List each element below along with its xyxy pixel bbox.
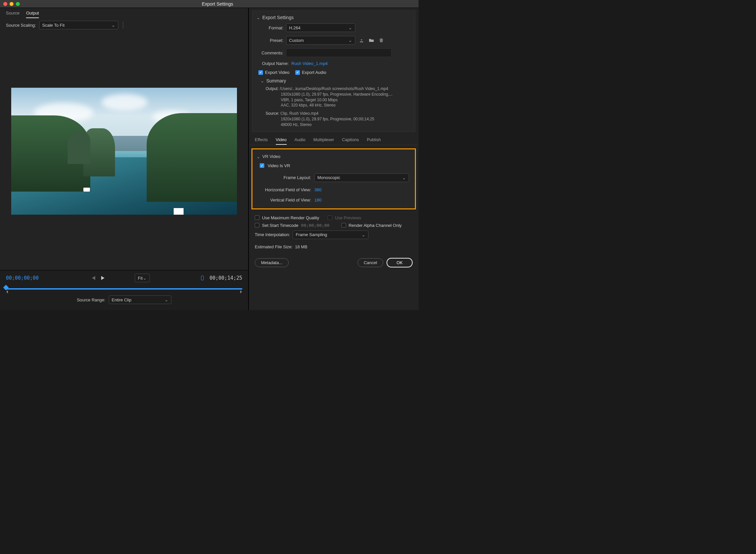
- tab-audio[interactable]: Audio: [295, 137, 306, 145]
- hfov-value[interactable]: 360: [314, 187, 322, 192]
- export-audio-checkbox[interactable]: [295, 70, 300, 75]
- tab-multiplexer[interactable]: Multiplexer: [313, 137, 334, 145]
- start-timecode-value[interactable]: 00;00;00;00: [301, 223, 329, 228]
- output-name-link[interactable]: Rush Video_1.mp4: [291, 61, 328, 66]
- timecode-start[interactable]: 00;00;00;00: [6, 275, 39, 281]
- timecode-end: 00;00;14;25: [209, 275, 242, 281]
- frame-layout-label: Frame Layout:: [258, 175, 311, 180]
- window-controls: [3, 2, 20, 6]
- render-alpha-checkbox[interactable]: [341, 223, 346, 227]
- summary-source: Source: Clip, Rush Video.mp4 1920x1080 (…: [252, 109, 415, 129]
- format-label: Format:: [258, 25, 284, 30]
- export-settings-section: Export Settings Format: H.264 Preset: Cu…: [252, 10, 415, 132]
- max-quality-label: Use Maximum Render Quality: [262, 215, 319, 220]
- close-window-icon[interactable]: [3, 2, 7, 6]
- video-is-vr-checkbox[interactable]: [260, 163, 264, 168]
- tab-source[interactable]: Source: [6, 10, 19, 18]
- aspect-ratio-icon[interactable]: [201, 276, 204, 280]
- tab-captions[interactable]: Captions: [342, 137, 359, 145]
- tab-video[interactable]: Video: [276, 137, 287, 145]
- maximize-window-icon[interactable]: [16, 2, 20, 6]
- export-settings-title: Export Settings: [262, 15, 294, 20]
- preset-label: Preset:: [258, 38, 284, 43]
- time-interpolation-label: Time Interpolation:: [255, 232, 290, 237]
- settings-panel: Export Settings Format: H.264 Preset: Cu…: [249, 8, 419, 310]
- render-options: Use Maximum Render Quality Use Previews …: [249, 213, 419, 242]
- summary-output: Output: /Users/...kuma/Desktop/Rush scre…: [252, 85, 415, 109]
- export-audio-label: Export Audio: [302, 70, 326, 75]
- estimated-size: Estimated File Size: 18 MB: [249, 242, 419, 252]
- frame-layout-select[interactable]: Monoscopic: [314, 173, 409, 182]
- delete-preset-icon[interactable]: [378, 37, 385, 44]
- step-back-icon[interactable]: [90, 276, 95, 280]
- output-name-label: Output Name:: [258, 61, 289, 66]
- summary-title: Summary: [266, 78, 286, 84]
- vr-title: VR Video: [262, 154, 280, 159]
- zoom-fit-select[interactable]: Fit: [135, 274, 149, 282]
- comments-input[interactable]: [286, 49, 391, 57]
- minimize-window-icon[interactable]: [10, 2, 13, 6]
- export-video-label: Export Video: [265, 70, 289, 75]
- format-select[interactable]: H.264: [286, 23, 355, 32]
- vfov-label: Vertical Field of View:: [258, 198, 311, 203]
- start-timecode-checkbox[interactable]: [255, 223, 259, 227]
- video-is-vr-label: Video Is VR: [268, 163, 290, 168]
- timeline-slider[interactable]: [6, 286, 242, 292]
- render-alpha-label: Render Alpha Channel Only: [349, 223, 402, 228]
- start-timecode-label: Set Start Timecode: [262, 223, 299, 228]
- download-preset-icon[interactable]: [358, 37, 365, 44]
- max-quality-checkbox[interactable]: [255, 215, 259, 220]
- source-range-label: Source Range:: [77, 297, 106, 302]
- vr-video-section: VR Video Video Is VR Frame Layout: Monos…: [251, 148, 416, 209]
- comments-label: Comments:: [258, 50, 284, 55]
- source-scaling-label: Source Scaling:: [6, 23, 36, 28]
- use-previews-label: Use Previews: [335, 215, 361, 220]
- play-icon[interactable]: [101, 276, 107, 280]
- export-video-checkbox[interactable]: [258, 70, 263, 75]
- summary-chevron-icon[interactable]: [260, 78, 264, 84]
- import-preset-icon[interactable]: [368, 37, 375, 44]
- source-range-select[interactable]: Entire Clip: [109, 295, 171, 304]
- chevron-down-icon[interactable]: [256, 15, 260, 20]
- preview-panel: Source Output Source Scaling: Scale To F…: [0, 8, 249, 310]
- use-previews-checkbox: [328, 215, 332, 220]
- hfov-label: Horizontal Field of View:: [258, 187, 311, 192]
- source-scaling-select[interactable]: Scale To Fit: [39, 21, 118, 30]
- vr-chevron-icon[interactable]: [256, 154, 260, 159]
- preset-select[interactable]: Custom: [286, 36, 355, 45]
- cancel-button[interactable]: Cancel: [358, 258, 383, 267]
- time-interpolation-select[interactable]: Frame Sampling: [293, 230, 368, 239]
- transport-controls: 00;00;00;00 Fit 00;00;14;25 Source Ran: [0, 270, 248, 310]
- window-title: Export Settings: [20, 1, 415, 7]
- video-preview[interactable]: [0, 32, 248, 270]
- tab-output[interactable]: Output: [26, 10, 39, 18]
- titlebar: Export Settings: [0, 0, 419, 8]
- ok-button[interactable]: OK: [387, 258, 413, 267]
- tab-publish[interactable]: Publish: [367, 137, 381, 145]
- vfov-value[interactable]: 180: [314, 198, 322, 203]
- metadata-button[interactable]: Metadata...: [255, 258, 289, 267]
- tab-effects[interactable]: Effects: [255, 137, 268, 145]
